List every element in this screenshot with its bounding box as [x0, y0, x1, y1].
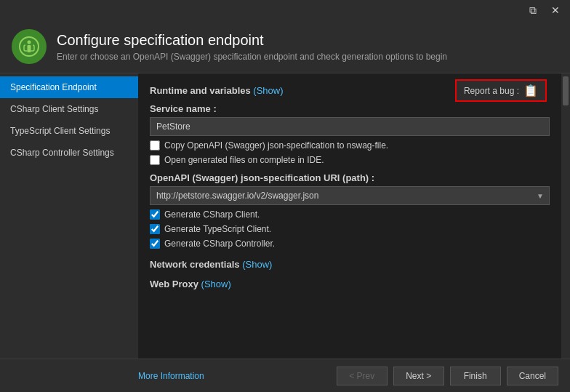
network-creds-show-link[interactable]: (Show)	[242, 259, 272, 270]
copy-spec-label[interactable]: Copy OpenAPI (Swagger) json-specificatio…	[164, 140, 388, 151]
generate-csharp-label[interactable]: Generate CSharp Client.	[164, 209, 260, 220]
network-creds-label: Network credentials	[150, 259, 240, 270]
header-text: Configure specification endpoint Enter o…	[57, 32, 447, 62]
report-bug-button[interactable]: Report a bug : 📋	[455, 79, 547, 102]
dialog-subtitle: Enter or choose an OpenAPI (Swagger) spe…	[57, 52, 447, 62]
generate-csharp-checkbox[interactable]	[150, 209, 160, 220]
more-info-link[interactable]: More Information	[12, 371, 331, 381]
generate-typescript-label[interactable]: Generate TypeScript Client.	[164, 224, 271, 234]
close-button[interactable]: ✕	[547, 3, 564, 17]
next-button[interactable]: Next >	[393, 367, 444, 385]
checkbox-open-generated: Open generated files on complete in IDE.	[150, 155, 550, 165]
sidebar-item-csharp-client-settings[interactable]: CSharp Client Settings	[0, 98, 138, 120]
checkbox-generate-csharp: Generate CSharp Client.	[150, 209, 550, 220]
checkbox-generate-csharp-controller: Generate CSharp Controller.	[150, 239, 550, 249]
generate-csharp-controller-checkbox[interactable]	[150, 239, 160, 249]
generate-csharp-controller-label[interactable]: Generate CSharp Controller.	[164, 239, 275, 249]
runtime-label: Runtime and variables	[150, 85, 251, 96]
network-creds-section: Network credentials (Show)	[150, 259, 550, 270]
sidebar-item-csharp-controller-settings[interactable]: CSharp Controller Settings	[0, 142, 138, 164]
svg-rect-2	[28, 45, 31, 52]
restore-button[interactable]: ⧉	[525, 3, 541, 18]
cancel-button[interactable]: Cancel	[507, 367, 558, 385]
sidebar: Specification Endpoint CSharp Client Set…	[0, 73, 138, 359]
header-icon	[12, 29, 47, 64]
open-generated-checkbox[interactable]	[150, 155, 160, 165]
swagger-uri-select[interactable]: http://petstore.swagger.io/v2/swagger.js…	[150, 186, 550, 205]
runtime-show-link[interactable]: (Show)	[253, 85, 283, 96]
web-proxy-label: Web Proxy	[150, 279, 198, 289]
scrollbar-thumb[interactable]	[563, 76, 569, 105]
service-name-label: Service name :	[150, 103, 550, 114]
report-bug-label: Report a bug :	[464, 86, 519, 96]
checkbox-copy-spec: Copy OpenAPI (Swagger) json-specificatio…	[150, 140, 550, 151]
content-area: Report a bug : 📋 Runtime and variables (…	[138, 73, 561, 359]
main-layout: Specification Endpoint CSharp Client Set…	[0, 73, 570, 359]
dialog-title: Configure specification endpoint	[57, 32, 447, 49]
copy-spec-checkbox[interactable]	[150, 140, 160, 151]
generate-typescript-checkbox[interactable]	[150, 224, 160, 234]
prev-button[interactable]: < Prev	[337, 367, 388, 385]
report-bug-icon: 📋	[523, 84, 538, 97]
checkbox-generate-typescript: Generate TypeScript Client.	[150, 224, 550, 234]
dialog-header: Configure specification endpoint Enter o…	[0, 20, 570, 73]
finish-button[interactable]: Finish	[450, 367, 501, 385]
swagger-uri-wrapper: http://petstore.swagger.io/v2/swagger.js…	[150, 186, 550, 205]
content-wrapper: Report a bug : 📋 Runtime and variables (…	[138, 73, 570, 359]
title-bar: ⧉ ✕	[0, 0, 570, 20]
swagger-uri-label: OpenAPI (Swagger) json-specification URI…	[150, 172, 550, 183]
sidebar-item-typescript-client-settings[interactable]: TypeScript Client Settings	[0, 120, 138, 142]
open-generated-label[interactable]: Open generated files on complete in IDE.	[164, 155, 324, 165]
service-name-input[interactable]	[150, 117, 550, 136]
svg-point-1	[28, 41, 31, 44]
scrollbar[interactable]	[561, 73, 570, 359]
web-proxy-section: Web Proxy (Show)	[150, 279, 550, 289]
web-proxy-show-link[interactable]: (Show)	[201, 279, 231, 289]
footer: More Information < Prev Next > Finish Ca…	[0, 359, 570, 392]
sidebar-item-specification-endpoint[interactable]: Specification Endpoint	[0, 76, 138, 98]
